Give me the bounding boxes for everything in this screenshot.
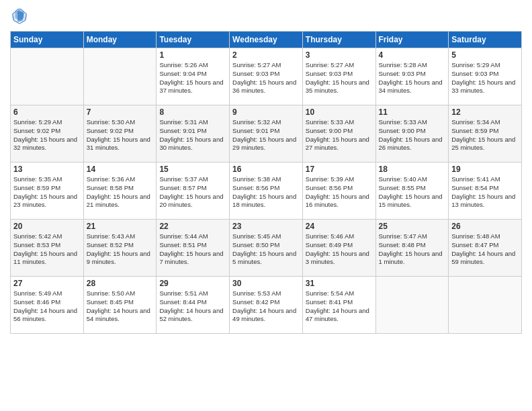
calendar-cell: 18Sunrise: 5:40 AM Sunset: 8:55 PM Dayli… (375, 163, 449, 220)
calendar-cell: 30Sunrise: 5:53 AM Sunset: 8:42 PM Dayli… (230, 277, 303, 334)
day-header-saturday: Saturday (449, 32, 522, 48)
calendar-cell: 6Sunrise: 5:29 AM Sunset: 9:02 PM Daylig… (11, 105, 84, 163)
day-header-friday: Friday (375, 32, 449, 48)
calendar-cell (11, 48, 84, 105)
day-number: 20 (13, 222, 81, 231)
day-number: 21 (87, 222, 154, 231)
page: SundayMondayTuesdayWednesdayThursdayFrid… (0, 0, 532, 411)
day-info: Sunrise: 5:37 AM Sunset: 8:57 PM Dayligh… (159, 175, 226, 210)
day-number: 15 (159, 165, 226, 174)
calendar-cell: 22Sunrise: 5:44 AM Sunset: 8:51 PM Dayli… (157, 220, 230, 277)
calendar-cell: 28Sunrise: 5:50 AM Sunset: 8:45 PM Dayli… (83, 277, 157, 334)
day-number: 5 (451, 50, 519, 60)
calendar-cell: 4Sunrise: 5:28 AM Sunset: 9:03 PM Daylig… (375, 48, 449, 105)
week-row-5: 27Sunrise: 5:49 AM Sunset: 8:46 PM Dayli… (11, 277, 522, 334)
day-number: 30 (232, 279, 300, 288)
calendar-cell: 1Sunrise: 5:26 AM Sunset: 9:04 PM Daylig… (157, 48, 230, 105)
day-header-wednesday: Wednesday (230, 32, 303, 48)
calendar-cell: 25Sunrise: 5:47 AM Sunset: 8:48 PM Dayli… (375, 220, 449, 277)
day-number: 10 (306, 107, 373, 117)
day-number: 19 (451, 165, 519, 174)
day-info: Sunrise: 5:27 AM Sunset: 9:03 PM Dayligh… (232, 61, 300, 95)
day-number: 14 (87, 165, 154, 174)
calendar-cell (83, 48, 157, 105)
day-header-tuesday: Tuesday (157, 32, 230, 48)
calendar-cell: 16Sunrise: 5:38 AM Sunset: 8:56 PM Dayli… (230, 163, 303, 220)
day-info: Sunrise: 5:36 AM Sunset: 8:58 PM Dayligh… (87, 175, 154, 210)
calendar-cell: 11Sunrise: 5:33 AM Sunset: 9:00 PM Dayli… (375, 105, 449, 163)
calendar-cell: 21Sunrise: 5:43 AM Sunset: 8:52 PM Dayli… (83, 220, 157, 277)
day-info: Sunrise: 5:28 AM Sunset: 9:03 PM Dayligh… (379, 61, 446, 95)
day-number: 7 (87, 107, 154, 117)
day-info: Sunrise: 5:44 AM Sunset: 8:51 PM Dayligh… (159, 232, 226, 267)
day-header-monday: Monday (83, 32, 157, 48)
week-row-4: 20Sunrise: 5:42 AM Sunset: 8:53 PM Dayli… (11, 220, 522, 277)
day-info: Sunrise: 5:38 AM Sunset: 8:56 PM Dayligh… (232, 175, 300, 210)
day-info: Sunrise: 5:43 AM Sunset: 8:52 PM Dayligh… (87, 232, 154, 267)
day-number: 2 (232, 50, 300, 60)
day-info: Sunrise: 5:27 AM Sunset: 9:03 PM Dayligh… (306, 61, 373, 95)
day-number: 12 (451, 107, 519, 117)
day-number: 17 (306, 165, 373, 174)
day-number: 31 (306, 279, 373, 288)
day-number: 26 (451, 222, 519, 231)
header (10, 7, 522, 26)
day-info: Sunrise: 5:33 AM Sunset: 9:00 PM Dayligh… (306, 118, 373, 152)
day-number: 1 (159, 50, 226, 60)
day-number: 25 (379, 222, 446, 231)
day-number: 16 (232, 165, 300, 174)
calendar-cell: 23Sunrise: 5:45 AM Sunset: 8:50 PM Dayli… (230, 220, 303, 277)
day-info: Sunrise: 5:54 AM Sunset: 8:41 PM Dayligh… (306, 289, 373, 324)
day-info: Sunrise: 5:40 AM Sunset: 8:55 PM Dayligh… (379, 175, 446, 210)
day-number: 22 (159, 222, 226, 231)
day-info: Sunrise: 5:47 AM Sunset: 8:48 PM Dayligh… (379, 232, 446, 267)
calendar-cell: 12Sunrise: 5:34 AM Sunset: 8:59 PM Dayli… (449, 105, 522, 163)
day-number: 18 (379, 165, 446, 174)
calendar-cell: 26Sunrise: 5:48 AM Sunset: 8:47 PM Dayli… (449, 220, 522, 277)
day-info: Sunrise: 5:51 AM Sunset: 8:44 PM Dayligh… (159, 289, 226, 324)
calendar-cell: 5Sunrise: 5:29 AM Sunset: 9:03 PM Daylig… (449, 48, 522, 105)
day-info: Sunrise: 5:26 AM Sunset: 9:04 PM Dayligh… (159, 61, 226, 95)
day-number: 4 (379, 50, 446, 60)
day-info: Sunrise: 5:29 AM Sunset: 9:03 PM Dayligh… (451, 61, 519, 95)
day-number: 3 (306, 50, 373, 60)
calendar-cell: 20Sunrise: 5:42 AM Sunset: 8:53 PM Dayli… (11, 220, 84, 277)
calendar-cell (375, 277, 449, 334)
calendar-cell: 2Sunrise: 5:27 AM Sunset: 9:03 PM Daylig… (230, 48, 303, 105)
day-info: Sunrise: 5:35 AM Sunset: 8:59 PM Dayligh… (13, 175, 81, 210)
day-info: Sunrise: 5:46 AM Sunset: 8:49 PM Dayligh… (306, 232, 373, 267)
day-info: Sunrise: 5:50 AM Sunset: 8:45 PM Dayligh… (87, 289, 154, 324)
day-number: 8 (159, 107, 226, 117)
calendar-cell: 31Sunrise: 5:54 AM Sunset: 8:41 PM Dayli… (302, 277, 375, 334)
day-number: 13 (13, 165, 81, 174)
calendar-cell: 3Sunrise: 5:27 AM Sunset: 9:03 PM Daylig… (302, 48, 375, 105)
calendar-cell: 27Sunrise: 5:49 AM Sunset: 8:46 PM Dayli… (11, 277, 84, 334)
days-header-row: SundayMondayTuesdayWednesdayThursdayFrid… (11, 32, 522, 48)
logo (10, 7, 32, 26)
day-number: 23 (232, 222, 300, 231)
week-row-1: 1Sunrise: 5:26 AM Sunset: 9:04 PM Daylig… (11, 48, 522, 105)
calendar-cell: 10Sunrise: 5:33 AM Sunset: 9:00 PM Dayli… (302, 105, 375, 163)
day-number: 6 (13, 107, 81, 117)
calendar-cell: 13Sunrise: 5:35 AM Sunset: 8:59 PM Dayli… (11, 163, 84, 220)
day-header-thursday: Thursday (302, 32, 375, 48)
day-info: Sunrise: 5:49 AM Sunset: 8:46 PM Dayligh… (13, 289, 81, 324)
day-number: 24 (306, 222, 373, 231)
day-info: Sunrise: 5:48 AM Sunset: 8:47 PM Dayligh… (451, 232, 519, 267)
day-info: Sunrise: 5:39 AM Sunset: 8:56 PM Dayligh… (306, 175, 373, 210)
calendar: SundayMondayTuesdayWednesdayThursdayFrid… (10, 31, 522, 334)
logo-icon (10, 7, 29, 26)
day-number: 29 (159, 279, 226, 288)
day-number: 11 (379, 107, 446, 117)
day-number: 27 (13, 279, 81, 288)
day-info: Sunrise: 5:53 AM Sunset: 8:42 PM Dayligh… (232, 289, 300, 324)
day-info: Sunrise: 5:29 AM Sunset: 9:02 PM Dayligh… (13, 118, 81, 152)
day-info: Sunrise: 5:34 AM Sunset: 8:59 PM Dayligh… (451, 118, 519, 152)
day-info: Sunrise: 5:32 AM Sunset: 9:01 PM Dayligh… (232, 118, 300, 152)
calendar-cell: 24Sunrise: 5:46 AM Sunset: 8:49 PM Dayli… (302, 220, 375, 277)
day-header-sunday: Sunday (11, 32, 84, 48)
week-row-2: 6Sunrise: 5:29 AM Sunset: 9:02 PM Daylig… (11, 105, 522, 163)
day-info: Sunrise: 5:45 AM Sunset: 8:50 PM Dayligh… (232, 232, 300, 267)
week-row-3: 13Sunrise: 5:35 AM Sunset: 8:59 PM Dayli… (11, 163, 522, 220)
calendar-cell: 29Sunrise: 5:51 AM Sunset: 8:44 PM Dayli… (157, 277, 230, 334)
